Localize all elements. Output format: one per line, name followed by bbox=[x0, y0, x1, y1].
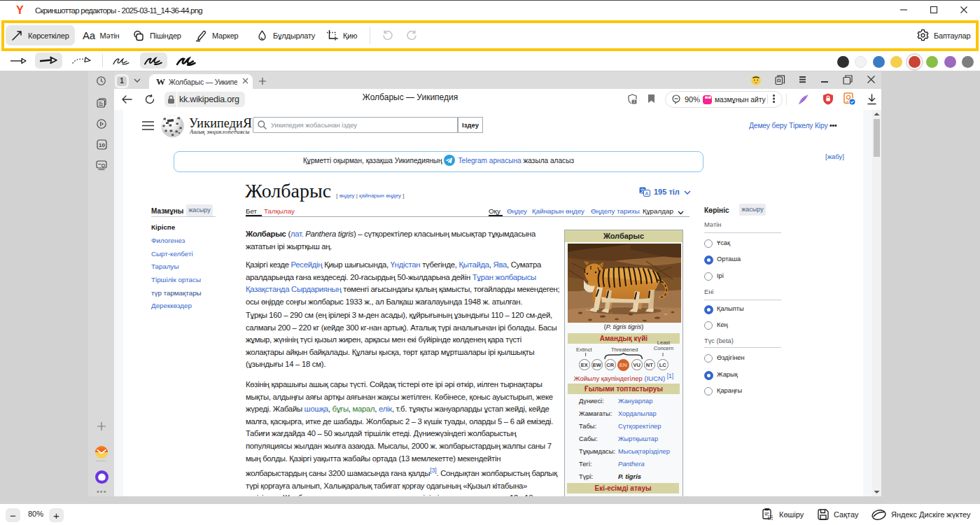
svg-text:10: 10 bbox=[99, 142, 105, 148]
svg-text:A: A bbox=[645, 190, 648, 197]
svg-text:1: 1 bbox=[633, 99, 635, 104]
